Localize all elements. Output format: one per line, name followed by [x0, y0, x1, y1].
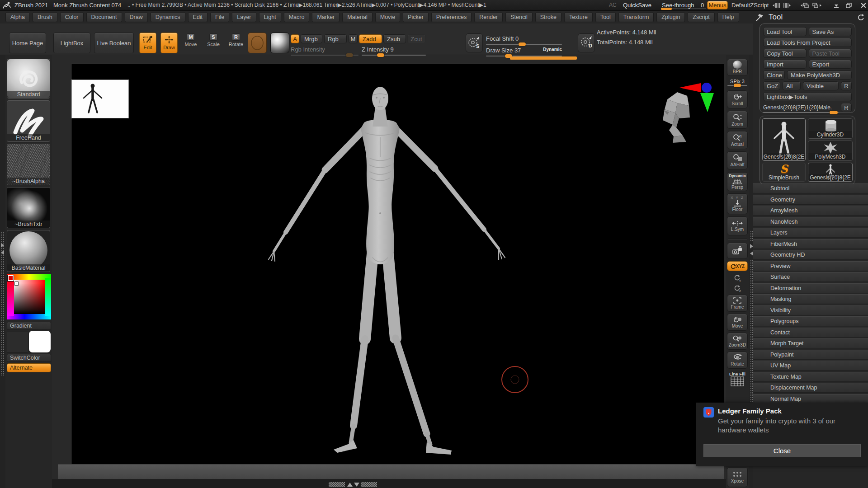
bpr-button[interactable]: BPR [727, 59, 748, 76]
persp-button[interactable]: Dynamic Persp [727, 172, 748, 191]
shrink-right-icon[interactable] [783, 2, 793, 9]
a-button[interactable]: A [291, 34, 299, 43]
menu-item[interactable]: Tool [595, 12, 616, 22]
menu-item[interactable]: Brush [33, 12, 57, 22]
secondary-color-well[interactable] [29, 331, 51, 352]
left-tray-collapse-icon[interactable] [1, 250, 4, 255]
move-3d-button[interactable]: Move [727, 314, 748, 331]
local-symmetry-button[interactable]: L.Sym [727, 216, 748, 235]
tool-section-row[interactable]: Geometry [753, 195, 868, 205]
tool-section-row[interactable]: Visibility [753, 305, 868, 315]
clone-button[interactable]: Clone [763, 70, 785, 80]
menu-item[interactable]: Movie [375, 12, 400, 22]
actual-button[interactable]: x1 Actual [727, 131, 748, 149]
menu-item[interactable]: Color [60, 12, 84, 22]
tool-section-row[interactable]: Texture Map [753, 372, 868, 382]
tool-thumb-genesis[interactable]: Genesis{20}8{2E [762, 118, 806, 161]
tool-section-row[interactable]: Contact [753, 328, 868, 338]
menu-item[interactable]: Zplugin [656, 12, 685, 22]
scale-button[interactable]: S Scale [206, 33, 221, 53]
tool-section-row[interactable]: NanoMesh [753, 217, 868, 227]
load-tool-button[interactable]: Load Tool [763, 27, 807, 36]
home-page-button[interactable]: Home Page [9, 33, 46, 53]
make-polymesh3d-button[interactable]: Make PolyMesh3D [787, 70, 852, 80]
goz-visible-button[interactable]: Visible [803, 81, 839, 90]
document-canvas[interactable] [71, 64, 724, 464]
left-edge-tray[interactable] [0, 55, 5, 488]
draw-size-slider[interactable]: Draw Size 37 Dynamic [486, 46, 562, 56]
active-tool-slider[interactable]: Genesis{20}8{2E}1{20}Male. [763, 103, 839, 113]
spix-slider[interactable]: SPix 3 [727, 79, 748, 86]
notification-close-button[interactable]: Close [703, 444, 861, 457]
store-camera-button[interactable] [727, 243, 748, 259]
menu-item[interactable]: Draw [125, 12, 148, 22]
cascade-right-icon[interactable] [812, 2, 823, 9]
menu-item[interactable]: Macro [284, 12, 310, 22]
tool-thumb-simplebrush[interactable]: S SimpleBrush [762, 163, 806, 182]
menu-item[interactable]: Render [474, 12, 503, 22]
load-tools-from-project-button[interactable]: Load Tools From Project [763, 38, 852, 47]
menu-item[interactable]: Document [86, 12, 122, 22]
live-boolean-button[interactable]: Live Boolean [94, 33, 134, 53]
tool-section-row[interactable]: Layers [753, 228, 868, 238]
menu-item[interactable]: Alpha [5, 12, 30, 22]
rgb-button[interactable]: Rgb [324, 34, 347, 43]
menu-item[interactable]: Preferences [431, 12, 472, 22]
menu-item[interactable]: Marker [312, 12, 340, 22]
draw-button[interactable]: Draw [160, 33, 178, 53]
menu-item[interactable]: Edit [188, 12, 208, 22]
goz-button[interactable]: GoZ [763, 81, 780, 90]
menu-item[interactable]: Zscript [688, 12, 715, 22]
texture-current[interactable]: ~BrushTxtr [7, 187, 50, 228]
left-tray-expand-icon[interactable] [1, 243, 4, 248]
tool-thumb-cylinder3d[interactable]: Cylinder3D [808, 118, 853, 139]
color-picker[interactable] [7, 274, 51, 319]
default-zscript-button[interactable]: DefaultZScript [731, 2, 769, 9]
left-tray-grip-2[interactable] [1, 258, 5, 376]
brush-current[interactable]: Standard [7, 59, 50, 99]
menu-item[interactable]: Help [717, 12, 739, 22]
mrgb-button[interactable]: Mrgb [301, 34, 322, 43]
tool-section-row[interactable]: Surface [753, 272, 868, 282]
zoom-button[interactable]: Zoom [727, 111, 748, 129]
move-button[interactable]: M Move [183, 33, 198, 53]
gradient-button[interactable]: Gradient [7, 322, 51, 330]
save-as-button[interactable]: Save As [809, 27, 852, 36]
switchcolor-button[interactable]: SwitchColor [7, 354, 51, 362]
m-button[interactable]: M [349, 34, 358, 43]
goz-all-button[interactable]: All [783, 81, 801, 90]
tool-section-row[interactable]: Morph Target [753, 338, 868, 348]
tool-thumb-polymesh3d[interactable]: PolyMesh3D [808, 141, 853, 161]
stroke-current[interactable]: FreeHand [7, 100, 50, 142]
menu-item[interactable]: Dynamics [151, 12, 185, 22]
scroll-button[interactable]: Scroll [727, 90, 748, 108]
rotate-3d-button[interactable]: Rotate [727, 352, 748, 369]
menu-item[interactable]: Layer [232, 12, 256, 22]
restore-icon[interactable] [844, 2, 854, 9]
frame-button[interactable]: Frame [727, 295, 748, 312]
tool-section-row[interactable]: Subtool [753, 183, 868, 193]
shrink-left-icon[interactable] [770, 2, 781, 9]
dynamic-mode-button[interactable]: D [578, 33, 595, 52]
current-texture-swatch[interactable] [248, 33, 267, 53]
gy-button[interactable]: y [727, 274, 748, 282]
copy-tool-button[interactable]: Copy Tool [763, 49, 807, 58]
lightbox-button[interactable]: LightBox [53, 33, 90, 53]
focal-shift-slider[interactable]: Focal Shift 0 [486, 34, 562, 45]
menu-item[interactable]: Stencil [505, 12, 533, 22]
bottom-scrollbar-right[interactable] [361, 482, 377, 487]
close-icon[interactable] [858, 2, 868, 9]
tool-section-row[interactable]: FiberMesh [753, 239, 868, 249]
active-tool-r-button[interactable]: R [841, 103, 852, 112]
color-cursor[interactable] [15, 282, 18, 285]
zsub-button[interactable]: Zsub [383, 34, 406, 43]
edit-button[interactable]: Edit [139, 33, 156, 53]
menu-item[interactable]: Material [342, 12, 372, 22]
right-tray-collapse-icon[interactable] [750, 251, 753, 256]
tool-section-row[interactable]: Masking [753, 294, 868, 304]
line-fill-button[interactable]: Line Fill [727, 371, 748, 386]
tool-section-row[interactable]: Polygroups [753, 316, 868, 326]
tool-section-row[interactable]: Polypaint [753, 350, 868, 360]
alternate-button[interactable]: Alternate [7, 363, 51, 372]
lightbox-tools-button[interactable]: Lightbox▶Tools [763, 92, 852, 101]
